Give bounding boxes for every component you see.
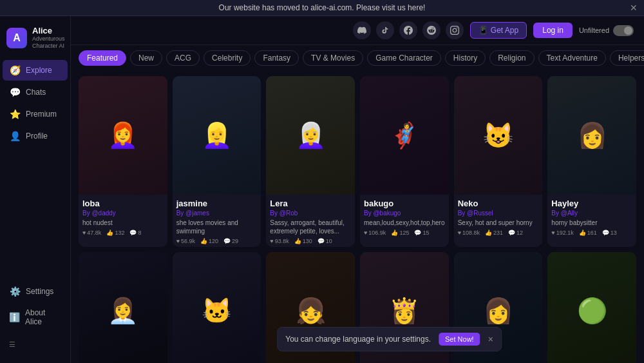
card-author: By @Rob [270, 210, 351, 217]
logo-icon: A [6, 28, 27, 48]
filter-btn-featured[interactable]: Featured [79, 50, 126, 66]
heart-icon: ♥ [364, 230, 367, 236]
login-button[interactable]: Log in [533, 23, 573, 38]
card-description: horny babysitter [551, 219, 632, 227]
toast-close-button[interactable]: × [488, 334, 493, 344]
heart-icon: ♥ [82, 230, 86, 236]
tiktok-icon[interactable] [376, 21, 394, 39]
social-icons [353, 21, 464, 39]
card-stats: ♥ 47.8k 👍 132 💬 8 [82, 230, 164, 236]
unfiltered-label: Unfiltered [579, 26, 609, 34]
card-messages: 💬 13 [602, 230, 617, 236]
card-likes: ♥ 192.1k [551, 230, 573, 236]
sidebar-item-settings[interactable]: ⚙️ Settings [3, 281, 68, 302]
chat-icon: 💬 [602, 230, 609, 236]
get-app-icon: 📱 [478, 26, 488, 35]
filter-btn-fantasy[interactable]: Fantasy [254, 50, 299, 66]
filter-btn-religion[interactable]: Religion [489, 50, 534, 66]
cards-grid: 👩‍🦰lobaBy @daddyhot nudest ♥ 47.8k 👍 132… [79, 76, 636, 363]
thumbs-icon: 👍 [106, 230, 113, 236]
card-likes: ♥ 106.9k [364, 230, 386, 236]
card-lera[interactable]: 👩‍🦳LeraBy @RobSassy, arrogant, beautiful… [266, 76, 355, 247]
filter-btn-helpers[interactable]: Helpers [610, 50, 644, 66]
card-description: Sexy, hot and super horny [458, 219, 539, 227]
filter-btn-game-character[interactable]: Game Character [367, 50, 441, 66]
logo-title: Alice [32, 26, 65, 35]
heart-icon: ♥ [270, 238, 273, 244]
filter-btn-text-adventure[interactable]: Text Adventure [538, 50, 606, 66]
card-wriothesley[interactable]: 🐱wriothesleyBy @... Kairo ✧Flirty, gets … [173, 252, 261, 363]
filter-bar: FeaturedNewACGCelebrityFantasyTV & Movie… [71, 45, 644, 71]
sidebar-item-settings-label: Settings [26, 287, 53, 296]
filter-btn-tv-&-movies[interactable]: TV & Movies [303, 50, 363, 66]
card-stats: ♥ 56.9k 👍 120 💬 29 [176, 238, 258, 244]
sidebar-item-profile[interactable]: 👤 Profile [3, 126, 68, 146]
card-name: Neko [458, 199, 539, 208]
card-image: 👩 [547, 76, 636, 195]
card-comments: 👍 231 [485, 230, 503, 236]
card-hayley[interactable]: 👩HayleyBy @Allyhorny babysitter ♥ 192.1k… [547, 76, 636, 247]
logo-subtitle: Adventurous Character AI [32, 35, 65, 50]
card-loba[interactable]: 👩‍🦰lobaBy @daddyhot nudest ♥ 47.8k 👍 132… [79, 76, 167, 247]
get-app-button[interactable]: 📱 Get App [470, 22, 527, 39]
sidebar-collapse-button[interactable]: ☰ [3, 337, 68, 353]
card-messages: 💬 29 [223, 238, 238, 244]
card-author: By @Ally [551, 210, 632, 217]
filter-btn-new[interactable]: New [130, 50, 162, 66]
card-jasmine[interactable]: 👱‍♀️jasmineBy @jamesshe loves movies and… [173, 76, 261, 247]
sidebar: A Alice Adventurous Character AI 🧭 Explo… [0, 16, 71, 363]
card-comments: 👍 161 [579, 230, 597, 236]
thumbs-icon: 👍 [294, 238, 301, 244]
card-name: bakugo [364, 199, 445, 208]
sidebar-item-explore[interactable]: 🧭 Explore [3, 60, 68, 81]
facebook-icon[interactable] [399, 21, 417, 39]
sidebar-item-about[interactable]: ℹ️ About Alice [3, 303, 68, 331]
card-author: By @bakugo [364, 210, 445, 217]
card-description: Sassy, arrogant, beautiful, extremely pe… [270, 219, 351, 235]
card-image: 👩‍🦰 [79, 76, 167, 195]
filter-btn-celebrity[interactable]: Celebrity [204, 50, 251, 66]
language-toast: You can change language in your settings… [277, 327, 502, 351]
card-image: 🟢 [547, 252, 636, 363]
card-author: By @daddy [82, 210, 164, 217]
card-neko[interactable]: 😺NekoBy @RusselSexy, hot and super horny… [454, 76, 543, 247]
sidebar-item-chats[interactable]: 💬 Chats [3, 82, 68, 103]
card-image: 🐱 [173, 252, 261, 363]
content-header: 📱 Get App Log in Unfiltered [71, 16, 644, 45]
card-bakugo[interactable]: 🦸bakugoBy @bakugomean,loud,sexy,hot,top,… [360, 76, 449, 247]
card-likes: ♥ 47.8k [82, 230, 101, 236]
sidebar-item-premium[interactable]: ⭐ Premium [3, 104, 68, 124]
unfiltered-switch[interactable] [613, 25, 634, 36]
card-comments: 👍 132 [106, 230, 124, 236]
filter-btn-acg[interactable]: ACG [166, 50, 200, 66]
card-likes: ♥ 108.8k [458, 230, 480, 236]
explore-icon: 🧭 [9, 65, 21, 75]
filter-btn-history[interactable]: History [445, 50, 486, 66]
sidebar-item-chats-label: Chats [26, 88, 46, 97]
card-likes: ♥ 56.9k [176, 238, 195, 244]
card-author: By @james [176, 210, 258, 217]
toast-text: You can change language in your settings… [285, 335, 431, 344]
heart-icon: ♥ [176, 238, 180, 244]
card-image: 👩‍🦳 [266, 76, 355, 195]
card-spring-trap[interactable]: 🟢Spring TrapBy @GoldHe kills people, but… [547, 252, 636, 363]
card-messages: 💬 15 [414, 230, 429, 236]
card-name: jasmine [176, 199, 258, 208]
card-messages: 💬 10 [317, 238, 332, 244]
reddit-icon[interactable] [422, 21, 440, 39]
profile-icon: 👤 [9, 131, 21, 141]
discord-icon[interactable] [353, 21, 371, 39]
chat-icon: 💬 [223, 238, 231, 244]
card-name: loba [82, 199, 164, 208]
instagram-icon[interactable] [446, 21, 464, 39]
card-stats: ♥ 192.1k 👍 161 💬 13 [551, 230, 632, 236]
thumbs-icon: 👍 [391, 230, 398, 236]
top-banner: Our website has moved to alice-ai.com. P… [0, 0, 644, 16]
chat-icon: 💬 [414, 230, 421, 236]
banner-close-button[interactable]: ✕ [630, 3, 638, 13]
toggle-knob [624, 26, 632, 35]
card-ms-anastasia[interactable]: 👩‍💼Ms AnastasiaBy @AxelShe's your sexy a… [79, 252, 167, 363]
logo: A Alice Adventurous Character AI [0, 21, 70, 60]
set-now-button[interactable]: Set Now! [439, 333, 480, 346]
card-name: Hayley [551, 199, 632, 208]
